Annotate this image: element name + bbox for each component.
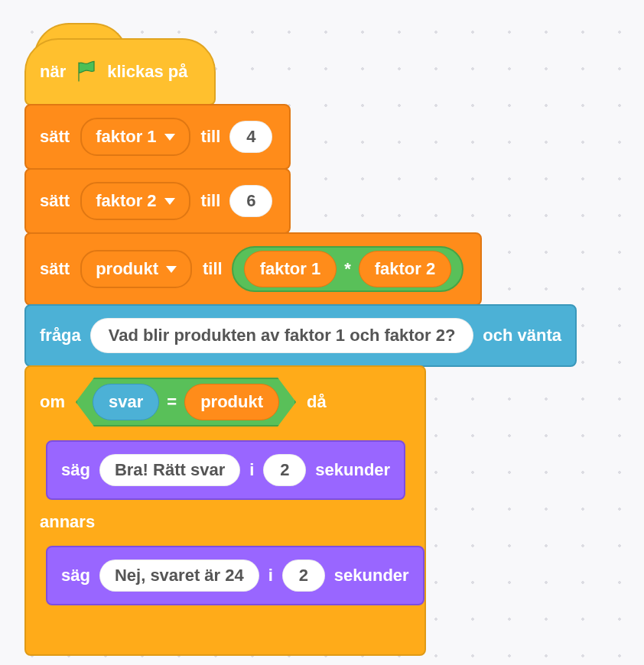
if-branch-slot: säg Bra! Rätt svar i 2 sekunder <box>26 437 424 501</box>
hat-suffix: klickas på <box>107 62 187 82</box>
ask-label: fråga <box>40 326 81 345</box>
chevron-down-icon <box>166 266 177 273</box>
hat-prefix: när <box>40 62 66 82</box>
seconds-label: sekunder <box>315 460 390 480</box>
dropdown-text: faktor 2 <box>96 191 156 211</box>
chevron-down-icon <box>164 198 175 205</box>
say-text-wrong[interactable]: Nej, svaret är 24 <box>99 560 259 592</box>
say-label: säg <box>61 460 90 480</box>
multiply-operator[interactable]: faktor 1 * faktor 2 <box>232 246 464 292</box>
if-end-row <box>26 607 424 654</box>
if-label: om <box>40 392 65 412</box>
reporter-faktor2[interactable]: faktor 2 <box>359 251 451 287</box>
say-text-correct[interactable]: Bra! Rätt svar <box>99 454 240 486</box>
if-else-block[interactable]: om svar = produkt då säg Bra! Rätt svar … <box>24 365 426 656</box>
seconds-input-2[interactable]: 2 <box>282 560 325 592</box>
else-label: annars <box>40 512 95 532</box>
equals-symbol: = <box>167 392 177 412</box>
set-label: sätt <box>40 127 70 147</box>
set-label: sätt <box>40 191 70 211</box>
value-input-4[interactable]: 4 <box>229 121 272 153</box>
and-wait-label: och vänta <box>483 326 561 345</box>
for-label: i <box>249 460 254 480</box>
question-input[interactable]: Vad blir produkten av faktor 1 och fakto… <box>90 318 474 353</box>
green-flag-icon <box>75 60 98 83</box>
to-label: till <box>201 127 221 147</box>
seconds-input-1[interactable]: 2 <box>263 454 306 486</box>
else-branch-slot: säg Nej, svaret är 24 i 2 sekunder <box>26 543 424 607</box>
set-variable-block-2[interactable]: sätt faktor 2 till 6 <box>24 168 291 234</box>
variable-dropdown-faktor2[interactable]: faktor 2 <box>80 182 190 220</box>
to-label: till <box>203 259 223 279</box>
set-label: sätt <box>40 259 70 279</box>
say-label: säg <box>61 566 90 586</box>
say-block-correct[interactable]: säg Bra! Rätt svar i 2 sekunder <box>46 440 405 500</box>
answer-reporter[interactable]: svar <box>93 384 159 420</box>
chevron-down-icon <box>164 134 175 141</box>
reporter-faktor1[interactable]: faktor 1 <box>244 251 337 287</box>
variable-dropdown-produkt[interactable]: produkt <box>80 250 192 288</box>
for-label: i <box>268 566 273 586</box>
dropdown-text: produkt <box>96 259 158 279</box>
say-block-wrong[interactable]: säg Nej, svaret är 24 i 2 sekunder <box>46 546 424 605</box>
to-label: till <box>201 191 221 211</box>
equals-operator[interactable]: svar = produkt <box>76 378 296 427</box>
value-input-6[interactable]: 6 <box>229 185 272 217</box>
when-flag-clicked-block[interactable]: när klickas på <box>24 38 216 105</box>
reporter-produkt[interactable]: produkt <box>184 384 279 420</box>
seconds-label: sekunder <box>334 566 409 586</box>
if-row: om svar = produkt då <box>26 367 424 437</box>
dropdown-text: faktor 1 <box>96 127 156 147</box>
set-variable-block-3[interactable]: sätt produkt till faktor 1 * faktor 2 <box>24 232 482 306</box>
variable-dropdown-faktor1[interactable]: faktor 1 <box>80 118 190 156</box>
ask-and-wait-block[interactable]: fråga Vad blir produkten av faktor 1 och… <box>24 304 577 367</box>
else-row: annars <box>26 501 424 543</box>
then-label: då <box>307 392 327 412</box>
block-stack: när klickas på sätt faktor 1 till 4 sätt… <box>0 0 644 656</box>
operator-symbol: * <box>344 259 351 279</box>
set-variable-block-1[interactable]: sätt faktor 1 till 4 <box>24 104 291 170</box>
